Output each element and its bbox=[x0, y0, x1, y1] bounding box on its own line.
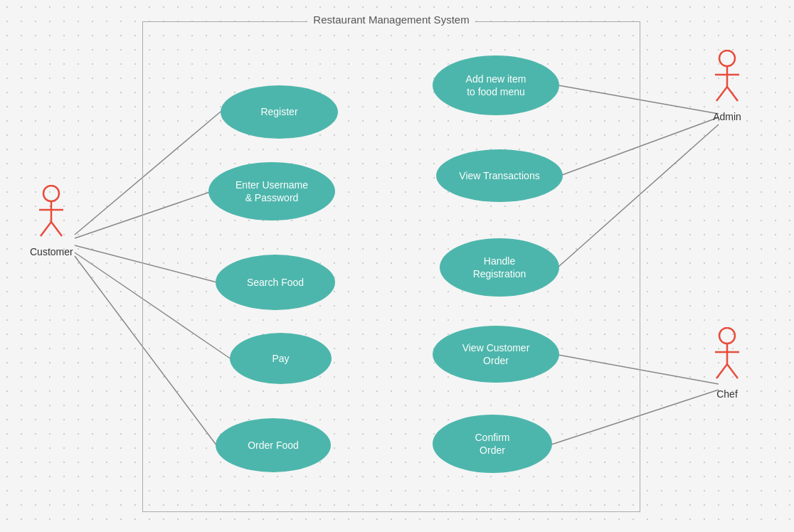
chef-stick-figure bbox=[709, 327, 745, 384]
use-case-confirm-order: ConfirmOrder bbox=[433, 415, 552, 473]
use-case-view-customer-order: View CustomerOrder bbox=[433, 326, 559, 383]
customer-stick-figure bbox=[33, 185, 69, 242]
svg-line-14 bbox=[51, 222, 62, 236]
actor-admin: Admin bbox=[709, 50, 745, 122]
use-case-register: Register bbox=[221, 85, 338, 139]
svg-line-13 bbox=[41, 222, 51, 236]
svg-line-24 bbox=[727, 364, 738, 378]
use-case-search-food: Search Food bbox=[216, 255, 335, 310]
use-case-pay: Pay bbox=[230, 333, 332, 384]
svg-point-20 bbox=[719, 328, 735, 344]
svg-line-19 bbox=[727, 87, 738, 101]
diagram-container: Restaurant Management System Customer Ad… bbox=[0, 0, 794, 532]
admin-stick-figure bbox=[709, 50, 745, 107]
admin-label: Admin bbox=[713, 111, 741, 122]
svg-point-10 bbox=[43, 186, 59, 201]
customer-label: Customer bbox=[30, 246, 73, 257]
use-case-order-food: Order Food bbox=[216, 418, 331, 472]
svg-line-18 bbox=[716, 87, 727, 101]
svg-point-15 bbox=[719, 50, 735, 66]
actor-customer: Customer bbox=[30, 185, 73, 257]
svg-line-23 bbox=[716, 364, 727, 378]
system-title: Restaurant Management System bbox=[307, 14, 475, 26]
use-case-username: Enter Username& Password bbox=[208, 162, 335, 220]
use-case-handle-registration: HandleRegistration bbox=[440, 238, 559, 297]
actor-chef: Chef bbox=[709, 327, 745, 400]
use-case-view-transactions: View Transactions bbox=[436, 149, 563, 202]
chef-label: Chef bbox=[716, 388, 738, 400]
use-case-add-food: Add new itemto food menu bbox=[433, 55, 559, 115]
